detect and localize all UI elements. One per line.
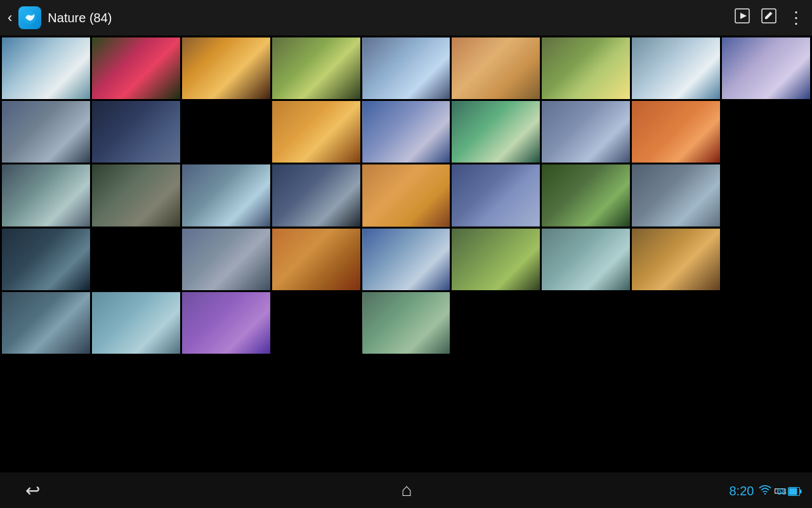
photo-thumbnail[interactable] — [182, 164, 270, 226]
empty-cell — [92, 229, 180, 290]
page-title: Nature (84) — [48, 11, 735, 25]
photo-thumbnail[interactable] — [722, 37, 810, 99]
photo-thumbnail[interactable] — [2, 229, 90, 290]
photo-thumbnail[interactable] — [182, 37, 270, 99]
photo-thumbnail[interactable] — [272, 229, 360, 290]
battery-display: 68 — [776, 486, 802, 497]
photo-thumbnail[interactable] — [452, 101, 540, 163]
photo-thumbnail[interactable] — [92, 101, 180, 163]
svg-rect-7 — [789, 488, 797, 495]
photo-thumbnail[interactable] — [272, 164, 360, 226]
photo-thumbnail[interactable] — [92, 292, 180, 354]
photo-thumbnail[interactable] — [362, 164, 450, 226]
photo-thumbnail[interactable] — [92, 164, 180, 226]
empty-cell — [542, 292, 630, 354]
photo-thumbnail[interactable] — [632, 229, 720, 290]
edit-button[interactable] — [761, 8, 776, 27]
photo-thumbnail[interactable] — [542, 101, 630, 163]
photo-thumbnail[interactable] — [632, 37, 720, 99]
wifi-icon — [759, 483, 771, 499]
photo-thumbnail[interactable] — [452, 164, 540, 226]
topbar-actions: ⋮ — [735, 8, 804, 28]
photo-grid — [0, 36, 812, 472]
photo-thumbnail[interactable] — [542, 164, 630, 226]
empty-cell — [722, 164, 810, 226]
photo-thumbnail[interactable] — [542, 37, 630, 99]
home-nav-button[interactable]: ⌂ — [402, 480, 412, 500]
back-nav-button[interactable]: ↩ — [25, 480, 40, 501]
photo-thumbnail[interactable] — [2, 101, 90, 163]
photo-thumbnail[interactable] — [272, 37, 360, 99]
top-bar: ‹ Nature (84) ⋮ — [0, 0, 812, 36]
back-button[interactable]: ‹ — [8, 10, 12, 26]
empty-cell — [272, 292, 360, 354]
photo-thumbnail[interactable] — [632, 101, 720, 163]
photo-thumbnail[interactable] — [92, 37, 180, 99]
photo-thumbnail[interactable] — [2, 37, 90, 99]
empty-cell — [722, 101, 810, 163]
photo-thumbnail[interactable] — [632, 164, 720, 226]
photo-thumbnail[interactable] — [362, 292, 450, 354]
bottom-nav-bar: ↩ ⌂ ▭ 8:20 68 — [0, 472, 812, 508]
empty-cell — [632, 292, 720, 354]
photo-thumbnail[interactable] — [542, 229, 630, 290]
photo-thumbnail[interactable] — [272, 101, 360, 163]
photo-thumbnail[interactable] — [362, 229, 450, 290]
empty-cell — [182, 101, 270, 163]
more-options-button[interactable]: ⋮ — [788, 8, 804, 28]
time-display: 8:20 — [729, 484, 754, 498]
photo-thumbnail[interactable] — [2, 164, 90, 226]
empty-cell — [722, 229, 810, 290]
svg-point-5 — [764, 493, 766, 495]
app-icon — [18, 6, 41, 29]
empty-cell — [722, 292, 810, 354]
photo-thumbnail[interactable] — [2, 292, 90, 354]
photo-thumbnail[interactable] — [182, 229, 270, 290]
slideshow-button[interactable] — [735, 8, 750, 27]
status-bar: 8:20 68 — [729, 483, 802, 499]
photo-thumbnail[interactable] — [362, 101, 450, 163]
empty-cell — [452, 292, 540, 354]
photo-thumbnail[interactable] — [452, 37, 540, 99]
svg-rect-8 — [800, 490, 802, 493]
svg-marker-2 — [740, 13, 747, 19]
photo-thumbnail[interactable] — [182, 292, 270, 354]
photo-thumbnail[interactable] — [452, 229, 540, 290]
photo-thumbnail[interactable] — [362, 37, 450, 99]
